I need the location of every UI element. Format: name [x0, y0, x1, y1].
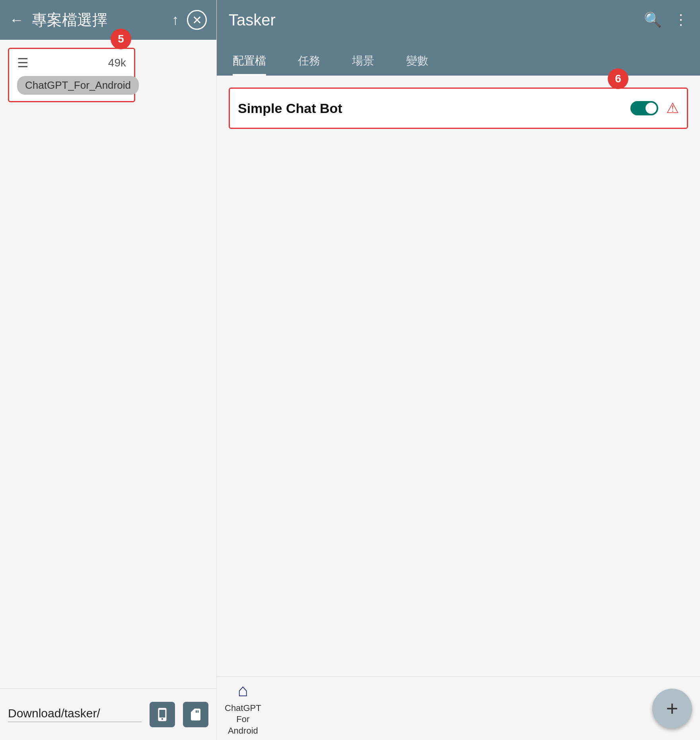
tab-variables[interactable]: 變數: [390, 53, 444, 76]
file-card[interactable]: ☰ 49k ChatGPT_For_Android: [8, 48, 135, 102]
tab-tasks[interactable]: 任務: [282, 53, 336, 76]
tab-profiles[interactable]: 配置檔: [217, 53, 282, 76]
profile-toggle[interactable]: [630, 101, 658, 115]
close-icon[interactable]: ✕: [187, 10, 207, 30]
right-panel-title: Tasker: [229, 11, 276, 29]
left-header: ← 專案檔選擇 ↑ ✕: [0, 0, 216, 40]
step-badge-5: 5: [111, 29, 131, 49]
back-button[interactable]: ←: [10, 12, 24, 28]
hamburger-icon: ☰: [17, 55, 29, 70]
warning-icon: ⚠: [666, 100, 679, 117]
profile-row[interactable]: Simple Chat Bot ⚠: [229, 88, 688, 129]
file-chip[interactable]: ChatGPT_For_Android: [17, 76, 139, 95]
fab-add-button[interactable]: +: [652, 689, 692, 728]
home-label: ChatGPTForAndroid: [225, 703, 261, 737]
right-footer: ⌂ ChatGPTForAndroid +: [217, 676, 700, 740]
tabs-bar: 配置檔 任務 場景 變數: [217, 40, 700, 76]
file-size: 49k: [108, 56, 126, 69]
right-header: Tasker 🔍 ⋮: [217, 0, 700, 40]
left-content: ☰ 49k ChatGPT_For_Android: [0, 40, 216, 688]
step-badge-6: 6: [608, 68, 628, 89]
search-icon[interactable]: 🔍: [644, 12, 662, 28]
more-options-icon[interactable]: ⋮: [674, 12, 688, 28]
phone-icon[interactable]: [150, 702, 175, 727]
sd-card-icon[interactable]: [183, 702, 208, 727]
left-footer: Download/tasker/: [0, 688, 216, 740]
footer-path: Download/tasker/: [8, 707, 142, 722]
home-icon: ⌂: [238, 680, 249, 700]
profile-name: Simple Chat Bot: [238, 101, 342, 116]
file-card-top: ☰ 49k: [17, 55, 126, 70]
home-button[interactable]: ⌂ ChatGPTForAndroid: [225, 680, 261, 737]
right-content: 6 Simple Chat Bot ⚠: [217, 76, 700, 676]
left-panel-title: 專案檔選擇: [32, 10, 164, 30]
header-icons: 🔍 ⋮: [644, 12, 688, 28]
profile-controls: ⚠: [630, 100, 679, 117]
left-panel: ← 專案檔選擇 ↑ ✕ 5 ☰ 49k ChatGPT_For_Android …: [0, 0, 217, 740]
tab-scenes[interactable]: 場景: [336, 53, 390, 76]
upload-icon[interactable]: ↑: [172, 12, 179, 28]
right-panel: Tasker 🔍 ⋮ 配置檔 任務 場景 變數 6 Simple Chat Bo…: [217, 0, 700, 740]
